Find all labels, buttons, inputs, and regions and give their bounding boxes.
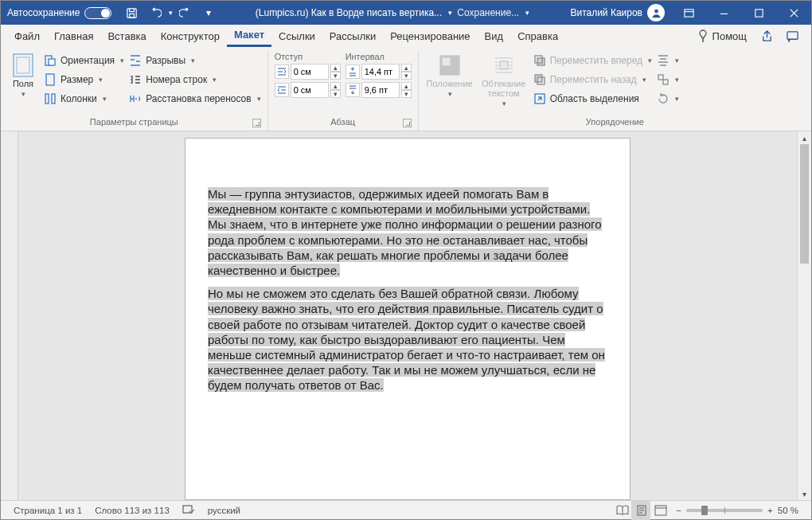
page[interactable]: Мы — группа энтузиастов, одержимых идеей… [185,138,630,500]
paragraph-dialog-icon[interactable] [403,119,412,127]
svg-rect-7 [17,57,29,73]
tab-references[interactable]: Ссылки [271,25,322,47]
wrap-text-button: Обтекание текстом▾ [479,52,529,108]
tab-view[interactable]: Вид [478,25,511,47]
doc-title: (Lumpics.ru) Как в Ворде писать вертика.… [256,7,442,18]
svg-rect-12 [52,94,55,104]
close-icon[interactable] [776,1,811,25]
zoom-control[interactable]: − + 50 % [670,506,805,515]
tab-mailings[interactable]: Рассылки [322,25,383,47]
indent-right-input[interactable]: ▴▾ [275,81,341,99]
ruler-vertical[interactable] [1,131,18,500]
tab-design[interactable]: Конструктор [154,25,227,47]
document-area: Мы — группа энтузиастов, одержимых идеей… [1,131,811,500]
group-paragraph: Отступ ▴▾ ▴▾ Интервал ▴▾ ▴▾ Абзац [268,50,419,131]
hyphenation-button[interactable]: Расстановка переносов▾ [129,90,261,108]
space-after-input[interactable]: ▴▾ [345,81,412,99]
indent-label: Отступ [275,52,341,62]
scrollbar-vertical[interactable]: ▴ ▾ [797,131,811,500]
maximize-icon[interactable] [741,1,776,25]
bring-forward-button: Переместить вперед▾ [533,52,652,69]
tab-layout[interactable]: Макет [227,25,271,47]
svg-point-2 [654,9,658,13]
svg-rect-15 [500,61,508,69]
save-icon[interactable] [119,1,143,25]
tab-review[interactable]: Рецензирование [383,25,477,47]
svg-rect-10 [46,74,54,85]
status-language[interactable]: русский [201,501,247,520]
undo-icon[interactable] [143,1,167,25]
spellcheck-icon[interactable] [176,501,201,520]
svg-rect-9 [49,59,55,65]
status-page[interactable]: Страница 1 из 1 [7,501,88,520]
selection-pane-button[interactable]: Область выделения [533,90,652,108]
svg-rect-0 [127,8,136,17]
avatar-icon [647,4,665,22]
rotate-button: ▾ [657,90,679,108]
view-read-icon[interactable] [612,501,631,520]
svg-rect-25 [655,506,666,515]
group-objects-button: ▾ [657,71,679,88]
save-status: Сохранение... [457,7,519,18]
canvas[interactable]: Мы — группа энтузиастов, одержимых идеей… [18,131,797,500]
ribbon-display-icon[interactable] [671,1,706,25]
send-backward-button: Переместить назад▾ [533,71,652,88]
svg-rect-22 [663,80,668,84]
tab-help[interactable]: Справка [510,25,565,47]
page-setup-dialog-icon[interactable] [252,119,261,127]
tab-file[interactable]: Файл [7,25,47,47]
indent-left-input[interactable]: ▴▾ [275,63,341,80]
svg-rect-1 [130,14,135,18]
paragraph-2[interactable]: Но мы не сможем это сделать без Вашей об… [208,286,607,393]
svg-rect-21 [658,75,663,80]
align-button: ▾ [657,52,679,69]
size-button[interactable]: Размер▾ [44,71,124,88]
svg-rect-3 [684,9,693,16]
interval-label: Интервал [345,52,412,62]
svg-rect-11 [45,94,49,104]
statusbar: Страница 1 из 1 Слово 113 из 113 русский… [1,500,811,519]
space-before-input[interactable]: ▴▾ [345,63,412,80]
view-web-icon[interactable] [650,501,670,520]
orientation-button[interactable]: Ориентация▾ [44,52,124,69]
share-icon[interactable] [754,25,779,47]
tell-me-button[interactable]: Помощ [689,25,754,47]
titlebar: Автосохранение ▾ ▾ (Lumpics.ru) Как в Во… [1,1,811,25]
redo-icon[interactable] [173,1,197,25]
svg-rect-18 [535,75,542,82]
zoom-slider[interactable] [686,509,763,512]
line-numbers-button[interactable]: Номера строк▾ [129,71,261,88]
breaks-button[interactable]: Разрывы▾ [129,52,261,69]
group-page-setup: Поля▾ Ориентация▾ Размер▾ Колонки▾ Разры… [1,50,268,131]
position-button: Положение▾ [425,52,474,99]
svg-rect-4 [755,9,762,16]
customize-qat-icon[interactable]: ▾ [197,1,221,25]
tab-insert[interactable]: Вставка [100,25,153,47]
svg-rect-14 [442,57,451,66]
columns-button[interactable]: Колонки▾ [44,90,124,108]
tab-home[interactable]: Главная [47,25,100,47]
group-arrange: Положение▾ Обтекание текстом▾ Переместит… [419,50,811,131]
comments-icon[interactable] [779,25,805,47]
paragraph-1[interactable]: Мы — группа энтузиастов, одержимых идеей… [208,186,607,278]
minimize-icon[interactable] [706,1,741,25]
view-print-icon[interactable] [631,501,650,520]
svg-rect-16 [537,58,545,65]
user-account[interactable]: Виталий Каиров [564,4,671,22]
zoom-in-icon[interactable]: + [767,506,773,515]
autosave-toggle[interactable]: Автосохранение [7,7,111,19]
zoom-out-icon[interactable]: − [676,506,681,515]
margins-button[interactable]: Поля▾ [7,52,39,99]
svg-rect-5 [787,31,797,38]
ribbon-tabs: Файл Главная Вставка Конструктор Макет С… [1,25,811,47]
zoom-level[interactable]: 50 % [778,506,798,515]
ribbon: Поля▾ Ориентация▾ Размер▾ Колонки▾ Разры… [1,47,811,131]
status-words[interactable]: Слово 113 из 113 [88,501,176,520]
app-window: Автосохранение ▾ ▾ (Lumpics.ru) Как в Во… [0,0,812,520]
